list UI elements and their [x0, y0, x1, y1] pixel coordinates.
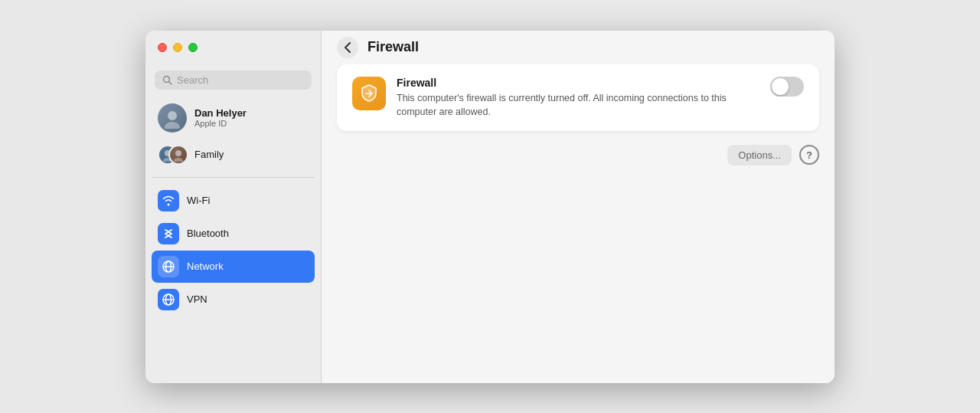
family-avatar-2 — [168, 145, 188, 165]
sidebar-item-bluetooth-label: Bluetooth — [187, 228, 229, 239]
firewall-description: This computer's firewall is currently tu… — [397, 91, 753, 119]
vpn-icon — [158, 289, 179, 310]
user-subtitle: Apple ID — [194, 119, 247, 128]
search-bar[interactable] — [155, 70, 312, 90]
nav-section: Wi-Fi Bluetooth — [145, 184, 321, 316]
toggle-wrap — [770, 77, 804, 97]
svg-point-6 — [175, 150, 181, 156]
avatar — [158, 103, 187, 133]
family-label: Family — [194, 149, 224, 160]
firewall-app-icon — [352, 77, 386, 110]
bluetooth-icon — [158, 223, 179, 244]
family-item[interactable]: Family — [152, 139, 315, 171]
sidebar-item-vpn[interactable]: VPN — [152, 284, 315, 316]
user-name: Dan Helyer — [194, 107, 247, 119]
firewall-info: Firewall This computer's firewall is cur… — [397, 77, 753, 119]
firewall-shield-icon — [359, 84, 379, 103]
firewall-toggle[interactable] — [770, 77, 804, 97]
family-avatars — [158, 143, 187, 166]
search-icon — [162, 75, 172, 85]
main-body: Firewall This computer's firewall is cur… — [322, 64, 835, 383]
close-button[interactable] — [158, 43, 167, 52]
user-item[interactable]: Dan Helyer Apple ID — [152, 99, 315, 137]
titlebar — [145, 31, 321, 64]
minimize-button[interactable] — [173, 43, 182, 52]
options-row: Options... ? — [337, 145, 819, 166]
firewall-name: Firewall — [397, 77, 753, 89]
options-button[interactable]: Options... — [727, 145, 792, 166]
search-input[interactable] — [177, 74, 304, 86]
svg-point-7 — [174, 158, 183, 162]
svg-point-3 — [165, 122, 180, 129]
help-button[interactable]: ? — [799, 145, 819, 165]
sidebar-item-network[interactable]: Network — [152, 251, 315, 283]
user-info: Dan Helyer Apple ID — [194, 107, 247, 128]
sidebar-item-wifi-label: Wi-Fi — [187, 195, 210, 206]
sidebar: Dan Helyer Apple ID — [145, 31, 322, 383]
sidebar-divider-1 — [152, 177, 315, 178]
wifi-icon — [158, 190, 179, 211]
svg-line-1 — [169, 81, 172, 84]
main-window: Dan Helyer Apple ID — [145, 31, 835, 383]
back-button[interactable] — [337, 37, 358, 58]
network-icon — [158, 256, 179, 277]
sidebar-item-bluetooth[interactable]: Bluetooth — [152, 218, 315, 250]
main-header: Firewall — [322, 31, 835, 64]
sidebar-item-vpn-label: VPN — [187, 293, 207, 305]
maximize-button[interactable] — [188, 43, 198, 52]
sidebar-item-network-label: Network — [187, 261, 224, 272]
sidebar-item-wifi[interactable]: Wi-Fi — [152, 185, 315, 217]
sidebar-user-section: Dan Helyer Apple ID — [145, 99, 321, 171]
firewall-card: Firewall This computer's firewall is cur… — [337, 64, 819, 131]
main-content: Firewall Firewall This computer's firewa… — [322, 31, 835, 383]
svg-point-2 — [168, 111, 177, 120]
page-title: Firewall — [368, 39, 419, 55]
